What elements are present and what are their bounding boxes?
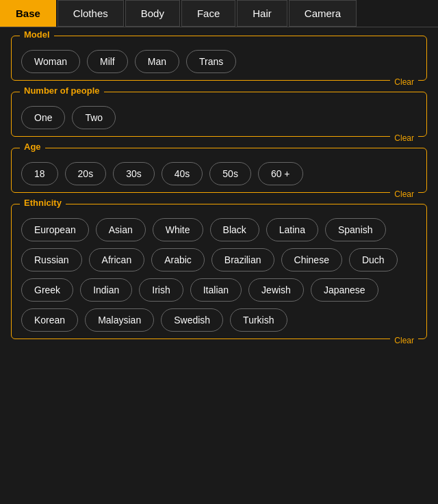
model-options: WomanMilfManTrans (21, 50, 417, 73)
option-btn-brazilian[interactable]: Brazilian (211, 248, 274, 271)
option-btn-milf[interactable]: Milf (87, 50, 128, 73)
main-content: Model WomanMilfManTrans Clear Number of … (0, 27, 438, 358)
option-btn-50s[interactable]: 50s (209, 162, 251, 185)
option-btn-swedish[interactable]: Swedish (161, 308, 223, 332)
ethnicity-clear[interactable]: Clear (390, 336, 418, 345)
number-of-people-section: Number of people OneTwo Clear (11, 92, 427, 137)
tab-face[interactable]: Face (181, 0, 235, 27)
number-of-people-clear[interactable]: Clear (390, 133, 418, 143)
option-btn-jewish[interactable]: Jewish (248, 278, 304, 302)
tab-hair[interactable]: Hair (237, 0, 287, 27)
option-btn-italian[interactable]: Italian (190, 278, 242, 302)
option-btn-60-+[interactable]: 60 + (258, 162, 303, 185)
age-options: 1820s30s40s50s60 + (21, 162, 417, 185)
option-btn-duch[interactable]: Duch (349, 248, 398, 271)
option-btn-latina[interactable]: Latina (266, 218, 318, 241)
age-section: Age 1820s30s40s50s60 + Clear (11, 148, 427, 193)
option-btn-black[interactable]: Black (210, 218, 259, 241)
option-btn-man[interactable]: Man (135, 50, 179, 73)
option-btn-korean[interactable]: Korean (21, 308, 78, 332)
option-btn-18[interactable]: 18 (21, 162, 58, 185)
option-btn-one[interactable]: One (21, 106, 65, 129)
ethnicity-section: Ethnicity EuropeanAsianWhiteBlackLatinaS… (11, 204, 427, 339)
age-legend: Age (20, 142, 45, 152)
option-btn-two[interactable]: Two (72, 106, 116, 129)
option-btn-malaysian[interactable]: Malaysian (85, 308, 154, 332)
option-btn-indian[interactable]: Indian (80, 278, 132, 302)
option-btn-30s[interactable]: 30s (113, 162, 155, 185)
option-btn-greek[interactable]: Greek (21, 278, 73, 302)
option-btn-african[interactable]: African (89, 248, 145, 271)
number-of-people-legend: Number of people (20, 85, 104, 96)
option-btn-chinese[interactable]: Chinese (281, 248, 342, 271)
option-btn-20s[interactable]: 20s (65, 162, 107, 185)
option-btn-spanish[interactable]: Spanish (325, 218, 386, 241)
model-section: Model WomanMilfManTrans Clear (11, 36, 427, 81)
tab-base[interactable]: Base (0, 0, 56, 27)
option-btn-arabic[interactable]: Arabic (151, 248, 205, 271)
option-btn-40s[interactable]: 40s (162, 162, 203, 185)
tab-camera[interactable]: Camera (289, 0, 357, 27)
option-btn-japanese[interactable]: Japanese (311, 278, 378, 302)
age-clear[interactable]: Clear (390, 189, 418, 199)
option-btn-russian[interactable]: Russian (21, 248, 82, 271)
model-clear[interactable]: Clear (390, 77, 418, 87)
option-btn-european[interactable]: European (21, 218, 89, 241)
option-btn-irish[interactable]: Irish (139, 278, 183, 302)
ethnicity-options: EuropeanAsianWhiteBlackLatinaSpanishRuss… (21, 218, 417, 332)
option-btn-trans[interactable]: Trans (186, 50, 236, 73)
option-btn-woman[interactable]: Woman (21, 50, 80, 73)
option-btn-white[interactable]: White (153, 218, 203, 241)
tab-bar: Base Clothes Body Face Hair Camera (0, 0, 438, 27)
tab-body[interactable]: Body (125, 0, 180, 27)
model-legend: Model (20, 29, 54, 40)
ethnicity-legend: Ethnicity (20, 198, 66, 208)
tab-clothes[interactable]: Clothes (57, 0, 124, 27)
option-btn-asian[interactable]: Asian (96, 218, 146, 241)
option-btn-turkish[interactable]: Turkish (230, 308, 287, 332)
number-of-people-options: OneTwo (21, 106, 417, 129)
